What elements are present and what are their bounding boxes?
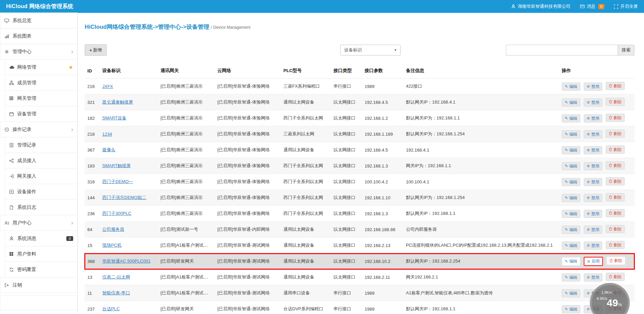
sidebar-item-system-charts[interactable]: 系统图表 <box>0 28 78 44</box>
sidebar-item-password-reset[interactable]: 密码重置 <box>5 262 78 277</box>
table-row[interactable]: 15 现场PC机 [已启用]A1栋客户测试网关 [已启用]华辰智通-测试网络 通… <box>85 238 635 253</box>
table-row[interactable]: 218 1234 [已启用]株洲三菱演示 [已启用]华辰智通-体验网络 三菱系列… <box>85 126 635 142</box>
edit-button[interactable]: ✎编辑 <box>562 289 580 297</box>
delete-button[interactable]: 删除 <box>606 145 625 154</box>
device-name-link[interactable]: 西门子300PLC <box>102 211 131 216</box>
edit-button[interactable]: ✎编辑 <box>562 305 580 313</box>
search-input[interactable] <box>506 45 618 55</box>
sidebar-item-management-center[interactable]: 管理中心 › <box>0 44 78 60</box>
sidebar-item-gateway-management[interactable]: 网关管理 <box>5 90 78 106</box>
toggle-button[interactable]: ⊘禁用 <box>584 194 602 202</box>
device-name-link[interactable]: 仪表二-以太网 <box>102 274 130 279</box>
delete-button[interactable]: 删除 <box>606 273 625 281</box>
edit-button[interactable]: ✎编辑 <box>562 83 580 91</box>
device-name-link[interactable]: SMART触摸屏 <box>102 163 131 168</box>
table-row[interactable]: 64 公司服务器 [已启用]测试架一号 [已启用]华辰智通-内部网络 通用以太网… <box>85 222 635 238</box>
search-button[interactable]: 搜索 <box>618 45 635 55</box>
table-row[interactable]: 321 昆仑通泰触摸屏 [已启用]株洲三菱演示 [已启用]华辰智通-体验网络 通… <box>85 94 635 110</box>
device-name-link[interactable]: 公司服务器 <box>102 227 124 232</box>
table-row[interactable]: 236 西门子300PLC [已启用]株洲三菱演示 [已启用]华辰智通-体验网络… <box>85 206 635 222</box>
toggle-button[interactable]: ⊘禁用 <box>584 226 602 234</box>
sidebar-item-logout[interactable]: 注销 <box>0 277 78 293</box>
delete-button[interactable]: 删除 <box>606 82 625 90</box>
device-name-link[interactable]: 华辰智通AC 500PLC001 <box>102 259 150 264</box>
table-row[interactable]: 144 西门子演示DEMO箱二 [已启用]株洲三菱演示 [已启用]华辰智通-体验… <box>85 190 635 206</box>
device-name-link[interactable]: 摄像头 <box>102 147 115 152</box>
device-name-link[interactable]: 智能仪表-串口 <box>102 290 130 295</box>
edit-button[interactable]: ✎编辑 <box>562 178 580 186</box>
sidebar-item-management-records[interactable]: 管理记录 <box>5 137 78 153</box>
grid-icon <box>9 96 17 100</box>
delete-button[interactable]: 删除 <box>606 225 625 233</box>
toggle-button[interactable]: ⊘禁用 <box>584 83 602 91</box>
toggle-button[interactable]: ⊘禁用 <box>584 98 602 107</box>
toggle-button[interactable]: ⊘禁用 <box>584 114 602 122</box>
toggle-button[interactable]: ⊘禁用 <box>584 130 602 138</box>
edit-button[interactable]: ✎编辑 <box>562 273 580 282</box>
device-name-link[interactable]: 台达PLC <box>102 306 120 311</box>
sidebar-item-system-overview[interactable]: 系统总览 <box>0 13 78 28</box>
edit-button[interactable]: ✎编辑 <box>562 146 580 154</box>
edit-button[interactable]: ✎编辑 <box>562 257 580 265</box>
toggle-button[interactable]: ⊘禁用 <box>584 146 602 154</box>
sidebar-item-network-management[interactable]: 网络管理 ★ <box>5 59 78 75</box>
table-row[interactable]: 216 JXFX [已启用]株洲三菱演示 [已启用]华辰智通-体验网络 三菱FX… <box>85 78 635 94</box>
edit-button[interactable]: ✎编辑 <box>562 226 580 234</box>
edit-button[interactable]: ✎编辑 <box>562 194 580 202</box>
table-row[interactable]: 316 西门子DEMO一 [已启用]株洲三菱演示 [已启用]华辰智通-体验网络 … <box>85 174 635 190</box>
delete-button[interactable]: 删除 <box>606 177 625 185</box>
sidebar-item-system-logs[interactable]: 系统日志 <box>5 199 78 215</box>
device-name-link[interactable]: 西门子演示DEMO箱二 <box>102 195 146 200</box>
toggle-button[interactable]: ⊘禁用 <box>584 210 602 218</box>
delete-button[interactable]: 删除 <box>606 98 625 106</box>
sidebar-item-device-operation[interactable]: 设备操作 <box>5 184 78 200</box>
toggle-button[interactable]: ⊘启用 <box>584 257 603 266</box>
table-row[interactable]: 368 华辰智通AC 500PLC001 [已启用]研发网关 [已启用]华辰智通… <box>85 253 635 269</box>
cell-network: [已启用]华辰智通-测试网络 <box>215 253 281 269</box>
messages-button[interactable]: 消息 0 <box>580 3 604 9</box>
delete-button[interactable]: 删除 <box>606 193 625 201</box>
device-name-link[interactable]: SMART设备 <box>102 115 126 120</box>
edit-button[interactable]: ✎编辑 <box>562 114 580 122</box>
sidebar-item-gateway-access[interactable]: 网关接入 <box>5 168 78 184</box>
device-name-link[interactable]: 1234 <box>102 132 112 137</box>
delete-button[interactable]: 删除 <box>606 114 625 122</box>
device-name-link[interactable]: 西门子DEMO一 <box>102 179 133 184</box>
delete-button[interactable]: 删除 <box>606 130 625 138</box>
sidebar-item-system-messages[interactable]: 系统消息 0 <box>5 230 78 246</box>
table-row[interactable]: 13 仪表二-以太网 [已启用]A1栋客户测试网关 [已启用]华辰智通-测试网络… <box>85 269 635 285</box>
sidebar-item-user-center[interactable]: 用户中心 › <box>0 215 78 231</box>
delete-button[interactable]: 删除 <box>606 209 625 217</box>
sidebar-item-device-management[interactable]: 设备管理 <box>5 106 78 122</box>
edit-button[interactable]: ✎编辑 <box>562 130 580 138</box>
cell-remark: 默认网关IP：192.168.4.1 <box>403 94 559 110</box>
device-name-link[interactable]: 昆仑通泰触摸屏 <box>102 99 133 105</box>
sidebar-item-user-profile[interactable]: 用户资料 <box>5 246 78 262</box>
table-row[interactable]: 237 台达PLC [已启用]研发网关 [已启用]华辰智通-测试网络 台达DVP… <box>85 301 635 314</box>
company-menu[interactable]: 湖南华辰智通科技有限公司 <box>511 3 571 9</box>
delete-button[interactable]: 删除 <box>606 256 625 265</box>
device-name-link[interactable]: JXFX <box>102 84 113 89</box>
toggle-button[interactable]: ⊘禁用 <box>584 162 602 170</box>
edit-button[interactable]: ✎编辑 <box>562 210 580 218</box>
device-name-link[interactable]: 现场PC机 <box>102 243 122 248</box>
delete-button[interactable]: 删除 <box>606 241 625 249</box>
sidebar-item-partial[interactable] <box>0 295 78 310</box>
add-device-button[interactable]: + 新增 <box>85 44 107 56</box>
filter-dropdown[interactable]: 设备标识 ▼ <box>340 45 401 55</box>
table-row[interactable]: 182 SMART设备 [已启用]株洲三菱演示 [已启用]华辰智通-体验网络 西… <box>85 110 635 126</box>
sidebar-item-operation-records[interactable]: 操作记录 › <box>0 121 78 137</box>
table-row[interactable]: 367 摄像头 [已启用]株洲三菱演示 [已启用]华辰智通-体验网络 通用以太网… <box>85 142 635 158</box>
edit-button[interactable]: ✎编辑 <box>562 98 580 107</box>
sidebar-item-member-management[interactable]: 成员管理 <box>5 75 78 91</box>
table-row[interactable]: 11 智能仪表-串口 [已启用]A1栋客户测试网关 [已启用]华辰智通-测试网络… <box>85 285 635 301</box>
delete-button[interactable]: 删除 <box>606 161 625 170</box>
sidebar-item-member-access[interactable]: 成员接入 <box>5 153 78 169</box>
toggle-button[interactable]: ⊘禁用 <box>584 178 602 186</box>
edit-button[interactable]: ✎编辑 <box>562 162 580 170</box>
fullscreen-button[interactable]: 开启全屏 <box>614 3 638 9</box>
table-row[interactable]: 183 SMART触摸屏 [已启用]株洲三菱演示 [已启用]华辰智通-体验网络 … <box>85 158 635 174</box>
toggle-button[interactable]: ⊘禁用 <box>584 273 602 282</box>
edit-button[interactable]: ✎编辑 <box>562 242 580 250</box>
toggle-button[interactable]: ⊘禁用 <box>584 242 602 250</box>
